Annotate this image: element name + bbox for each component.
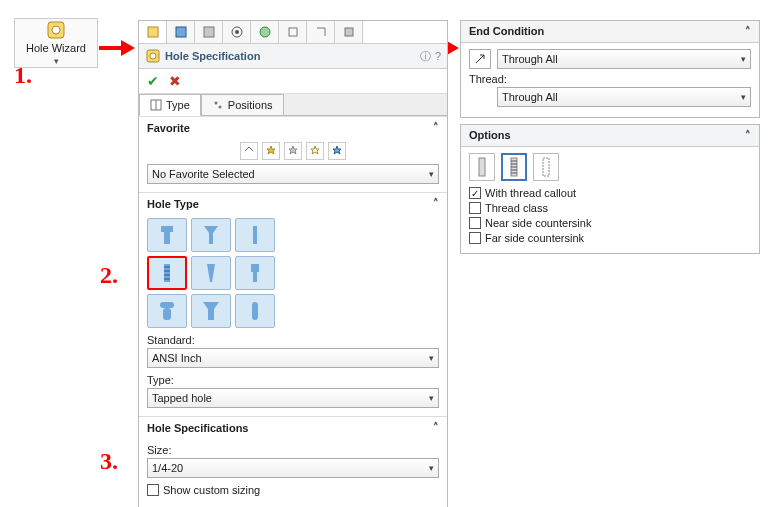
tab-type[interactable]: Type [139,94,201,116]
hole-type-tapered-tap[interactable] [191,256,231,290]
dropdown-caret-icon: ▾ [429,169,434,179]
section-hole-type: Hole Type ˄ Standard: ANSI Inch [139,192,447,416]
hole-spec-header[interactable]: Hole Specifications ˄ [139,417,447,438]
favorite-dropdown-value: No Favorite Selected [152,168,255,180]
near-side-csk-checkbox[interactable] [469,217,481,229]
favorite-load-icon[interactable] [328,142,346,160]
with-thread-callout-checkbox[interactable] [469,187,481,199]
positions-tab-icon [212,99,224,111]
property-manager: Hole Specification ⓘ ? ✔ ✖ Type Position… [138,20,448,507]
pm-tab-property-manager[interactable] [167,21,195,43]
hole-type-hole[interactable] [235,218,275,252]
hole-type-counterbore-slot[interactable] [147,294,187,328]
svg-marker-22 [204,226,218,244]
svg-rect-21 [164,232,170,244]
favorite-header[interactable]: Favorite ˄ [139,117,447,138]
svg-rect-8 [289,28,297,36]
pm-tab-icons [139,21,447,44]
svg-point-1 [52,26,60,34]
hole-wizard-icon [46,20,66,40]
show-custom-sizing-checkbox[interactable] [147,484,159,496]
type-dropdown[interactable]: Tapped hole ▾ [147,388,439,408]
svg-point-11 [150,53,156,59]
pm-tab-dimxpert[interactable] [223,21,251,43]
help-icon-2[interactable]: ? [435,50,441,62]
favorite-save-icon[interactable] [306,142,324,160]
near-side-csk-label: Near side countersink [485,217,591,229]
hole-type-countersink-slot[interactable] [191,294,231,328]
thread-class-checkbox[interactable] [469,202,481,214]
help-icon[interactable]: ⓘ [420,49,431,64]
cancel-button[interactable]: ✖ [169,73,181,89]
svg-rect-30 [251,264,259,272]
favorite-delete-icon[interactable] [284,142,302,160]
section-hole-spec: Hole Specifications ˄ Size: 1/4-20 ▾ Sho… [139,416,447,507]
svg-rect-23 [253,226,257,244]
svg-rect-31 [253,272,257,282]
end-condition-dropdown[interactable]: Through All ▾ [497,49,751,69]
annotation-3: 3. [100,448,118,475]
hole-type-counterbore[interactable] [147,218,187,252]
thread-label: Thread: [469,73,751,85]
size-dropdown[interactable]: 1/4-20 ▾ [147,458,439,478]
hole-type-straight-tap[interactable] [147,256,187,290]
standard-dropdown[interactable]: ANSI Inch ▾ [147,348,439,368]
annotation-2: 2. [100,262,118,289]
section-options: Options ˄ With thread callout Thread cla… [460,124,760,254]
thread-dropdown[interactable]: Through All ▾ [497,87,751,107]
pm-actions: ✔ ✖ [139,69,447,94]
chevron-up-icon: ˄ [745,129,751,142]
type-label: Type: [147,374,439,386]
with-thread-callout-label: With thread callout [485,187,576,199]
hole-type-header[interactable]: Hole Type ˄ [139,193,447,214]
pm-subtabs: Type Positions [139,94,447,116]
pm-tab-config[interactable] [195,21,223,43]
hole-wizard-button[interactable]: Hole Wizard ▾ [14,18,98,68]
ok-button[interactable]: ✔ [147,73,159,89]
svg-rect-33 [163,308,171,320]
end-condition-header[interactable]: End Condition ˄ [461,21,759,43]
pm-tab-display[interactable] [251,21,279,43]
hole-type-countersink[interactable] [191,218,231,252]
remove-thread-icon[interactable] [533,153,559,181]
svg-rect-2 [148,27,158,37]
pm-title-bar: Hole Specification ⓘ ? [139,44,447,69]
thread-dropdown-value: Through All [502,91,558,103]
tab-type-label: Type [166,99,190,111]
favorite-dropdown[interactable]: No Favorite Selected ▾ [147,164,439,184]
svg-rect-9 [345,28,353,36]
pm-tab-8[interactable] [335,21,363,43]
section-favorite: Favorite ˄ No Favorite Selected ▾ [139,116,447,192]
pm-title: Hole Specification [165,50,416,62]
hole-type-legacy[interactable] [235,256,275,290]
dropdown-caret-icon: ▾ [741,54,746,64]
favorite-add-icon[interactable] [262,142,280,160]
type-tab-icon [150,99,162,111]
hole-type-slot[interactable] [235,294,275,328]
favorite-apply-icon[interactable] [240,142,258,160]
section-end-condition: End Condition ˄ Through All ▾ Thread: Th… [460,20,760,118]
pm-tab-feature-manager[interactable] [139,21,167,43]
svg-rect-35 [252,302,258,320]
far-side-csk-checkbox[interactable] [469,232,481,244]
cosmetic-thread-icon[interactable] [501,153,527,181]
dropdown-caret-icon: ▾ [54,56,59,66]
hole-spec-header-label: Hole Specifications [147,422,248,434]
svg-rect-4 [204,27,214,37]
pm-tab-7[interactable] [307,21,335,43]
tab-positions[interactable]: Positions [201,94,284,115]
reverse-direction-button[interactable] [469,49,491,69]
show-custom-sizing-label: Show custom sizing [163,484,260,496]
far-side-csk-label: Far side countersink [485,232,584,244]
svg-rect-3 [176,27,186,37]
hole-spec-icon [145,48,161,64]
svg-marker-34 [203,302,219,320]
cosmetic-thread-none-icon[interactable] [469,153,495,181]
hole-wizard-label: Hole Wizard [26,42,86,54]
standard-label: Standard: [147,334,439,346]
dropdown-caret-icon: ▾ [429,353,434,363]
favorite-header-label: Favorite [147,122,190,134]
dropdown-caret-icon: ▾ [429,463,434,473]
pm-tab-6[interactable] [279,21,307,43]
options-header[interactable]: Options ˄ [461,125,759,147]
